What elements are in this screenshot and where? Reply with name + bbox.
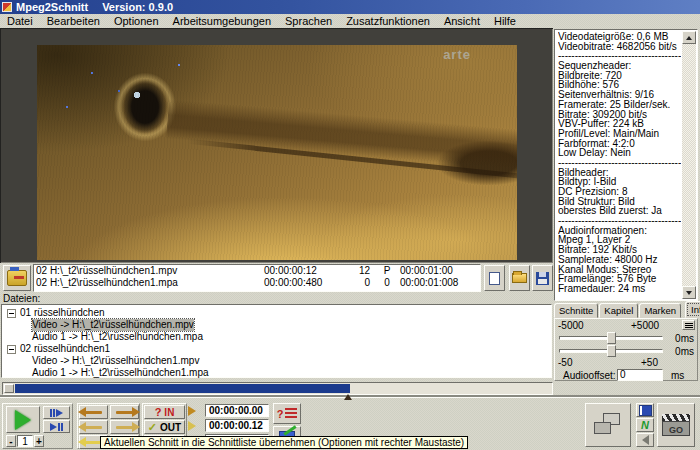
menu-ansicht[interactable]: Ansicht xyxy=(437,15,487,28)
jump-back-far-button[interactable] xyxy=(79,405,108,419)
play-icon xyxy=(15,410,31,430)
tree-item-video-01[interactable]: Video -> H:\_t2\rüsselhündchen.mpv xyxy=(2,319,551,331)
cut-audio-frametype: 0 xyxy=(374,277,400,289)
arrow-right-icon xyxy=(116,426,133,429)
new-list-button[interactable] xyxy=(484,265,505,291)
frame-step-value[interactable]: 1 xyxy=(17,435,33,447)
timecode-in[interactable]: 00:00:00.00 xyxy=(205,404,269,417)
start-cut-go-button[interactable]: GO xyxy=(657,403,695,447)
current-cut-list[interactable]: 02 H:\_t2\rüsselhündchen1.mpv 00:00:00:1… xyxy=(33,264,481,292)
audiooffset-input[interactable]: 0 xyxy=(617,369,663,381)
menu-sprachen[interactable]: Sprachen xyxy=(278,15,339,28)
arrow-up-icon xyxy=(686,36,692,40)
audiooffset-unit: ms xyxy=(671,370,684,381)
timecode-out[interactable]: 00:00:00.12 xyxy=(205,419,269,432)
video-sync-slider[interactable] xyxy=(559,332,663,344)
menu-bar: Datei Bearbeiten Optionen Arbeitsumgebun… xyxy=(0,14,700,28)
tree-item-audio-02[interactable]: Audio 1 -> H:\_t2\rüsselhündchen1.mpa xyxy=(2,367,551,379)
arrow-left-icon xyxy=(85,426,102,429)
set-out-button[interactable]: ✓ OUT xyxy=(144,420,185,434)
show-cutlist-button[interactable]: ? xyxy=(273,403,301,424)
menu-optionen[interactable]: Optionen xyxy=(107,15,166,28)
video-stream-button[interactable] xyxy=(636,403,654,417)
cut-audio-time-in: 00:00:00:480 xyxy=(264,277,338,289)
slider-thumb[interactable] xyxy=(607,332,616,344)
sync-menu-button[interactable] xyxy=(682,320,695,330)
sync-offset1-value: 0ms xyxy=(675,333,694,344)
set-in-button[interactable]: ? IN xyxy=(144,405,185,419)
audio-sync-slider[interactable] xyxy=(559,345,663,357)
info-line: Audioinformationen: xyxy=(558,226,681,236)
tab-marken[interactable]: Marken xyxy=(639,303,681,318)
jump-back-mid-button[interactable] xyxy=(79,420,108,434)
tab-kapitel[interactable]: Kapitel xyxy=(599,303,638,318)
jump-fwd-far-button[interactable] xyxy=(110,405,139,419)
normalize-button[interactable]: N xyxy=(636,418,654,432)
range2-max-label: +50 xyxy=(641,357,658,368)
tree-node-02[interactable]: 02 rüsselhündchen1 xyxy=(2,343,551,355)
trackbar-left-marker[interactable] xyxy=(4,384,14,393)
range1-max-label: +5000 xyxy=(631,320,659,331)
preview-monitor-button[interactable] xyxy=(585,403,631,447)
menu-datei[interactable]: Datei xyxy=(0,15,40,28)
menu-bearbeiten[interactable]: Bearbeiten xyxy=(40,15,107,28)
frame-step-plus-button[interactable]: + xyxy=(34,435,44,447)
jump-fwd-mid-button[interactable] xyxy=(110,420,139,434)
scroll-up-button[interactable] xyxy=(682,31,696,44)
in-label: IN xyxy=(164,407,174,418)
n-filter-icon: N xyxy=(641,419,649,431)
pause-play-icon xyxy=(50,409,63,417)
tree-collapse-icon[interactable] xyxy=(7,345,16,354)
tab-info[interactable]: Info xyxy=(685,301,700,318)
tab-schnitte[interactable]: Schnitte xyxy=(554,303,598,318)
play-pause-button[interactable] xyxy=(43,420,70,433)
sync-panel: -5000 +5000 0ms 0ms -50 +50 Audiooffset:… xyxy=(554,318,698,381)
info-line: ---------------------------------------- xyxy=(558,216,681,226)
pause-play-button[interactable] xyxy=(43,406,70,419)
menu-hilfe[interactable]: Hilfe xyxy=(487,15,523,28)
window-title: Mpeg2Schnitt xyxy=(16,1,88,13)
cut-audio-name: 02 H:\_t2\rüsselhündchen1.mpa xyxy=(36,277,264,289)
tree-item-video-02[interactable]: Video -> H:\_t2\rüsselhündchen1.mpv xyxy=(2,355,551,367)
cut-video-row[interactable]: 02 H:\_t2\rüsselhündchen1.mpv 00:00:00:1… xyxy=(34,265,480,277)
frame-step-minus-button[interactable]: - xyxy=(6,435,16,447)
info-line: Mpeg 1, Layer 2 xyxy=(558,235,681,245)
title-bar[interactable]: Mpeg2Schnitt Version: 0.9.0 xyxy=(0,0,700,14)
tree-collapse-icon[interactable] xyxy=(7,309,16,318)
info-line: Framerate: 25 Bilder/sek. xyxy=(558,100,681,110)
arrow-left-icon xyxy=(85,411,102,414)
trackbar-cursor-icon[interactable] xyxy=(344,394,352,400)
info-line: Bild Struktur: Bild xyxy=(558,197,681,207)
cut-audio-frames: 0 xyxy=(338,277,374,289)
info-line: Framedauer: 24 ms xyxy=(558,284,681,294)
cut-files-icon xyxy=(7,270,27,286)
question-icon: ? xyxy=(277,408,284,420)
scroll-down-button[interactable] xyxy=(682,286,696,299)
info-scrollbar[interactable] xyxy=(682,31,696,299)
cut-files-button[interactable] xyxy=(3,265,31,291)
open-list-button[interactable] xyxy=(509,265,530,291)
info-line: DC Prezision: 8 xyxy=(558,187,681,197)
cut-audio-row[interactable]: 02 H:\_t2\rüsselhündchen1.mpa 00:00:00:4… xyxy=(34,277,480,289)
slider-thumb[interactable] xyxy=(607,345,616,357)
menu-zusatzfunktionen[interactable]: Zusatzfunktionen xyxy=(339,15,437,28)
file-tree[interactable]: 01 rüsselhündchen Video -> H:\_t2\rüssel… xyxy=(1,304,552,378)
save-floppy-icon xyxy=(536,272,549,285)
files-label: Dateien: xyxy=(3,293,40,304)
info-line: Samplerate: 48000 Hz xyxy=(558,255,681,265)
tree-item-audio-01[interactable]: Audio 1 -> H:\_t2\rüsselhündchen.mpa xyxy=(2,331,551,343)
tree-node-01[interactable]: 01 rüsselhündchen xyxy=(2,307,551,319)
trackbar-position-fill[interactable] xyxy=(15,384,350,393)
audio-button[interactable] xyxy=(636,433,654,447)
play-button[interactable] xyxy=(6,406,40,433)
save-list-button[interactable] xyxy=(532,265,553,291)
info-line: Profil/Level: Main/Main xyxy=(558,129,681,139)
tree-item-label: Audio 1 -> H:\_t2\rüsselhündchen1.mpa xyxy=(32,367,209,379)
menu-arbeitsumgebungen[interactable]: Arbeitsumgebungen xyxy=(166,15,278,28)
info-line: Low Delay: Nein xyxy=(558,148,681,158)
question-icon: ? xyxy=(155,406,162,418)
tooltip: Aktuellen Schnitt in die Schnittliste üb… xyxy=(100,436,468,449)
video-preview-panel: arte xyxy=(0,28,553,263)
info-line: Farbformat: 4:2:0 xyxy=(558,139,681,149)
video-position-trackbar[interactable] xyxy=(2,382,553,395)
